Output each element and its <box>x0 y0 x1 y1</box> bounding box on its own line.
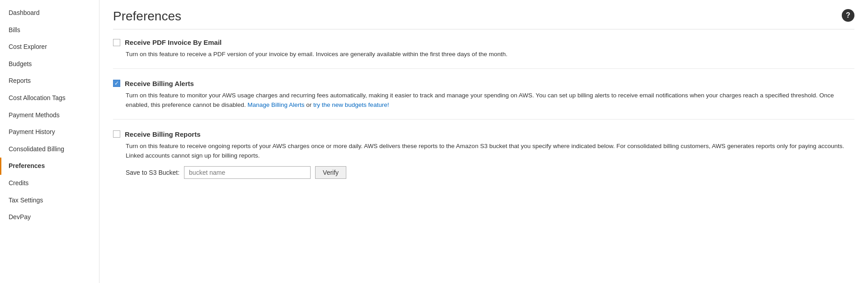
sidebar-item-cost-allocation-tags[interactable]: Cost Allocation Tags <box>0 90 99 107</box>
sidebar-item-bills[interactable]: Bills <box>0 22 99 39</box>
s3-bucket-input[interactable] <box>184 166 311 179</box>
page-header: Preferences ? <box>113 9 854 29</box>
pref-title-billing-alerts: Receive Billing Alerts <box>125 80 194 87</box>
pref-desc-billing-reports: Turn on this feature to receive ongoing … <box>126 142 854 161</box>
pref-desc-pdf-invoice: Turn on this feature to receive a PDF ve… <box>126 50 854 59</box>
pref-header-billing-alerts: Receive Billing Alerts <box>113 80 854 87</box>
main-content: Preferences ? Receive PDF Invoice By Ema… <box>99 0 868 283</box>
sidebar-item-payment-history[interactable]: Payment History <box>0 124 99 141</box>
pref-title-pdf-invoice: Receive PDF Invoice By Email <box>125 38 222 46</box>
sidebar-item-dashboard[interactable]: Dashboard <box>0 5 99 22</box>
preferences-container: Receive PDF Invoice By EmailTurn on this… <box>113 38 854 188</box>
sidebar-item-devpay[interactable]: DevPay <box>0 209 99 226</box>
pref-header-pdf-invoice: Receive PDF Invoice By Email <box>113 38 854 46</box>
sidebar-item-reports[interactable]: Reports <box>0 72 99 90</box>
checkbox-billing-reports[interactable] <box>113 130 120 138</box>
s3-bucket-row: Save to S3 Bucket:Verify <box>126 166 854 179</box>
pref-section-billing-alerts: Receive Billing AlertsTurn on this featu… <box>113 80 854 120</box>
link-try-the-new-budgets-feature![interactable]: try the new budgets feature! <box>313 101 389 108</box>
verify-button[interactable]: Verify <box>315 166 346 179</box>
page-title: Preferences <box>113 9 181 24</box>
sidebar-item-tax-settings[interactable]: Tax Settings <box>0 192 99 209</box>
sidebar-item-preferences[interactable]: Preferences <box>0 158 99 175</box>
sidebar-item-budgets[interactable]: Budgets <box>0 56 99 73</box>
link-manage-billing-alerts[interactable]: Manage Billing Alerts <box>247 101 304 108</box>
pref-desc-billing-alerts: Turn on this feature to monitor your AWS… <box>126 91 854 110</box>
pref-header-billing-reports: Receive Billing Reports <box>113 130 854 138</box>
help-icon[interactable]: ? <box>842 9 854 22</box>
pref-section-pdf-invoice: Receive PDF Invoice By EmailTurn on this… <box>113 38 854 69</box>
sidebar-item-payment-methods[interactable]: Payment Methods <box>0 107 99 124</box>
sidebar-item-consolidated-billing[interactable]: Consolidated Billing <box>0 141 99 158</box>
sidebar-item-cost-explorer[interactable]: Cost Explorer <box>0 38 99 56</box>
checkbox-billing-alerts[interactable] <box>113 80 120 87</box>
s3-label: Save to S3 Bucket: <box>126 169 179 176</box>
pref-title-billing-reports: Receive Billing Reports <box>125 130 201 138</box>
sidebar-item-credits[interactable]: Credits <box>0 175 99 192</box>
pref-section-billing-reports: Receive Billing ReportsTurn on this feat… <box>113 130 854 188</box>
sidebar: DashboardBillsCost ExplorerBudgetsReport… <box>0 0 99 283</box>
checkbox-pdf-invoice[interactable] <box>113 39 120 46</box>
